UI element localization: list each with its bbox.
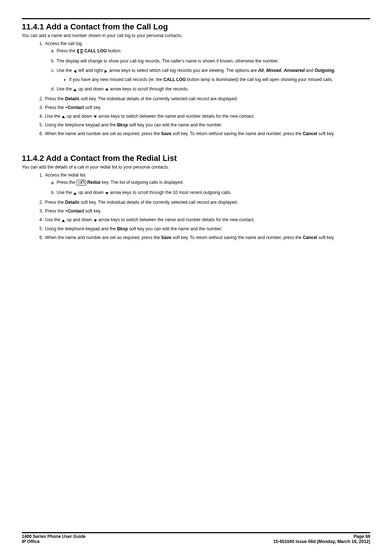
option-answered: Answered: [283, 68, 305, 73]
sec2-substeps: Press the Redial key. The list of outgoi…: [45, 180, 370, 195]
sec1-step-4: Use the up and down arrow keys to switch…: [44, 114, 370, 119]
call-log-label: CALL LOG: [83, 48, 107, 53]
text: arrow keys to scroll through the 10 most…: [109, 190, 232, 195]
section-11-4-1-intro: You can add a name and number shown in y…: [22, 33, 370, 38]
svg-point-10: [79, 184, 80, 185]
top-rule: [22, 18, 370, 19]
option-missed: Missed: [266, 68, 281, 73]
arrow-down-icon: [93, 218, 97, 223]
text: Press the +: [45, 208, 68, 214]
arrow-down-icon: [105, 87, 109, 92]
option-all: All: [258, 68, 264, 73]
text: When the name and number are set as requ…: [45, 131, 161, 136]
sec2-step-1a: Press the Redial key. The list of outgoi…: [56, 180, 370, 186]
text: soft key.: [84, 208, 101, 214]
text: and: [305, 68, 315, 73]
svg-point-7: [79, 182, 80, 183]
svg-rect-0: [80, 49, 83, 50]
text: Using the telephone keypad and the: [45, 226, 117, 231]
svg-point-11: [81, 184, 81, 185]
sec2-step-4: Use the up and down arrow keys to switch…: [44, 217, 370, 223]
sec1-step-1d: Use the up and down arrow keys to scroll…: [56, 86, 370, 92]
text: soft key.: [84, 105, 101, 110]
text: button lamp is illuminated) the call log…: [186, 77, 333, 82]
text: soft key you can edit the name and the n…: [128, 226, 222, 231]
text: soft key. The individual details of the …: [79, 200, 238, 205]
step-text: Access the redial list.: [45, 173, 86, 178]
footer-right-1: Page 68: [354, 534, 370, 539]
footer-left-1: 1400 Series Phone User Guide: [22, 534, 86, 539]
page-footer: 1400 Series Phone User Guide Page 68 IP …: [22, 532, 370, 544]
text: up and down: [65, 217, 93, 222]
save-softkey: Save: [161, 235, 171, 240]
sec1-step-3: Press the +Contact soft key.: [44, 105, 370, 110]
save-softkey: Save: [161, 131, 171, 136]
arrow-down-icon: [105, 190, 109, 195]
text: button.: [107, 48, 122, 53]
document-page: 11.4.1 Add a Contact from the Call Log Y…: [0, 0, 392, 555]
arrow-up-icon: [61, 114, 65, 119]
redial-label: Redial: [86, 180, 101, 185]
redial-icon: [77, 180, 86, 186]
sec1-step-1c-note: If you have any new missed call records …: [69, 77, 370, 82]
text: .: [334, 68, 335, 73]
svg-point-4: [79, 181, 80, 182]
text: left and right: [77, 68, 104, 73]
arrow-up-icon: [73, 190, 77, 195]
arrow-down-icon: [93, 114, 97, 119]
text: Using the telephone keypad and the: [45, 122, 117, 127]
text: When the name and number are set as requ…: [45, 235, 161, 240]
sec1-step-2: Press the Details soft key. The individu…: [44, 96, 370, 101]
text: soft key you can edit the name and the n…: [128, 122, 222, 127]
arrow-left-icon: [73, 68, 77, 73]
text: soft key.: [317, 131, 335, 136]
text: arrow keys to switch between the name an…: [97, 217, 255, 222]
details-softkey: Details: [65, 96, 79, 101]
sec1-substeps: Press the CALL LOG button. The display w…: [45, 48, 370, 92]
sec2-step-6: When the name and number are set as requ…: [44, 235, 370, 240]
text: Press the: [45, 96, 65, 101]
sec1-step-1a: Press the CALL LOG button.: [56, 48, 370, 54]
text: up and down: [77, 86, 105, 92]
footer-right-2: 15-601040 Issue 06d (Monday, March 19, 2…: [273, 539, 370, 544]
bksp-softkey: Bksp: [117, 122, 128, 127]
sec1-step-6: When the name and number are set as requ…: [44, 131, 370, 136]
bksp-softkey: Bksp: [117, 226, 128, 231]
arrow-up-icon: [61, 218, 65, 223]
svg-point-6: [78, 182, 79, 183]
svg-point-9: [78, 184, 79, 185]
text: Use the: [45, 217, 61, 222]
sec2-step-1b: Use the up and down arrow keys to scroll…: [56, 190, 370, 195]
step-text: Access the call log.: [45, 41, 83, 46]
sec2-step-1: Access the redial list. Press the Redial…: [44, 173, 370, 195]
text: Press the: [45, 200, 65, 205]
svg-point-3: [78, 181, 79, 182]
text: Use the: [45, 114, 61, 119]
arrow-right-icon: [104, 68, 108, 73]
section-11-4-1-title: 11.4.1 Add a Contact from the Call Log: [22, 22, 370, 32]
contact-softkey: Contact: [68, 105, 84, 110]
text: arrow keys to switch between the name an…: [97, 114, 255, 119]
footer-rule: [22, 532, 370, 533]
section-11-4-2-title: 11.4.2 Add a Contact from the Redial Lis…: [22, 154, 370, 163]
svg-rect-1: [80, 51, 83, 52]
call-log-label: CALL LOG: [163, 77, 186, 82]
text: Press the +: [45, 105, 68, 110]
sec2-step-3: Press the +Contact soft key.: [44, 208, 370, 214]
contact-softkey: Contact: [68, 208, 84, 214]
svg-rect-2: [80, 53, 83, 53]
text: soft key. The individual details of the …: [79, 96, 238, 101]
text: soft key. To return without saving the n…: [171, 235, 303, 240]
cancel-softkey: Cancel: [303, 235, 317, 240]
sec1-step-1b: The display will change to show your cal…: [56, 58, 370, 64]
sec1-steps: Access the call log. Press the CALL LOG …: [22, 41, 370, 136]
footer-left-2: IP Office: [22, 539, 40, 544]
sec2-step-2: Press the Details soft key. The individu…: [44, 200, 370, 205]
text: If you have any new missed call records …: [69, 77, 163, 82]
text: Press the: [57, 180, 77, 185]
text: Use the: [57, 190, 73, 195]
text: soft key. To return without saving the n…: [171, 131, 303, 136]
text: Use the: [57, 68, 73, 73]
text: up and down: [65, 114, 93, 119]
text: Press the: [57, 48, 77, 53]
